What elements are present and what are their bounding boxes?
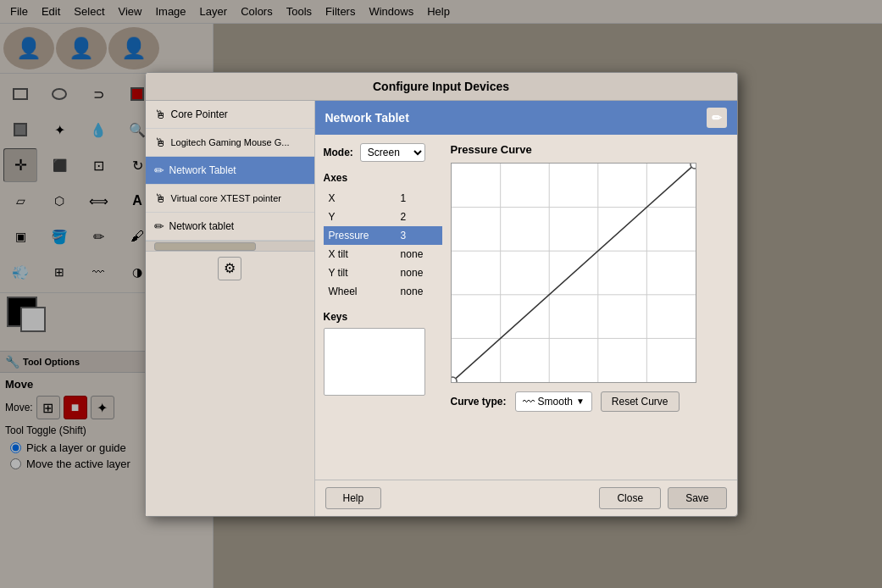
- pressure-section: Pressure Curve: [451, 143, 729, 471]
- device-item-core-pointer[interactable]: 🖱 Core Pointer: [146, 101, 314, 129]
- device-type-icon: ✏: [712, 111, 722, 125]
- device-config-header: Network Tablet ✏: [315, 101, 737, 135]
- dropdown-arrow: ▼: [576, 397, 585, 406]
- axes-table: X 1 Y 2 Pressure 3: [324, 189, 442, 301]
- axes-value-pressure: 3: [396, 226, 442, 245]
- curve-type-value: Smooth: [538, 396, 573, 408]
- device-config: Network Tablet ✏ Mode: Screen Window: [315, 101, 737, 516]
- device-list-scrollbar[interactable]: [146, 241, 314, 251]
- save-button[interactable]: Save: [668, 487, 726, 509]
- curve-type-label: Curve type:: [451, 396, 507, 408]
- axes-name-xtilt: X tilt: [324, 245, 396, 263]
- axes-name-ytilt: Y tilt: [324, 263, 396, 282]
- help-button[interactable]: Help: [325, 487, 382, 509]
- device-item-network-tablet-lower[interactable]: ✏ Network tablet: [146, 213, 314, 241]
- modal-overlay: Configure Input Devices 🖱 Core Pointer 🖱…: [0, 0, 882, 588]
- config-content: Mode: Screen Window Relative Disabled Ax…: [315, 135, 737, 480]
- network-tablet-lower-icon: ✏: [154, 219, 164, 233]
- axes-name-pressure: Pressure: [324, 226, 396, 245]
- close-button[interactable]: Close: [599, 487, 661, 509]
- device-list-footer: ⚙: [146, 251, 314, 286]
- axes-row-wheel[interactable]: Wheel none: [324, 282, 442, 301]
- axes-row-xtilt[interactable]: X tilt none: [324, 245, 442, 263]
- curve-type-dropdown[interactable]: 〰 Smooth ▼: [515, 391, 592, 412]
- curve-icon: 〰: [523, 395, 535, 408]
- dialog-title: Configure Input Devices: [146, 73, 737, 101]
- mode-select[interactable]: Screen Window Relative Disabled: [360, 143, 425, 162]
- axes-value-y: 2: [396, 208, 442, 226]
- axes-keys-section: Mode: Screen Window Relative Disabled Ax…: [324, 143, 442, 471]
- dialog-footer: Help Close Save: [315, 480, 737, 516]
- svg-line-8: [452, 164, 696, 382]
- logitech-icon: 🖱: [154, 136, 166, 149]
- axes-row-ytilt[interactable]: Y tilt none: [324, 263, 442, 282]
- axes-label: Axes: [324, 172, 442, 184]
- configure-input-devices-dialog: Configure Input Devices 🖱 Core Pointer 🖱…: [145, 72, 738, 517]
- mode-label: Mode:: [324, 147, 353, 158]
- dialog-footer-right: Close Save: [599, 487, 726, 509]
- reset-curve-button[interactable]: Reset Curve: [601, 391, 680, 412]
- mode-row: Mode: Screen Window Relative Disabled: [324, 143, 442, 162]
- dialog-body: 🖱 Core Pointer 🖱 Logitech Gaming Mouse G…: [146, 101, 737, 516]
- network-tablet-icon: ✏: [154, 164, 164, 177]
- axes-row-pressure[interactable]: Pressure 3: [324, 226, 442, 245]
- axes-row-y[interactable]: Y 2: [324, 208, 442, 226]
- axes-row-x[interactable]: X 1: [324, 189, 442, 208]
- device-item-network-tablet[interactable]: ✏ Network Tablet: [146, 157, 314, 185]
- gear-button[interactable]: ⚙: [218, 257, 241, 280]
- svg-point-9: [690, 163, 696, 169]
- device-config-icon: ✏: [707, 108, 727, 128]
- axes-value-wheel: none: [396, 282, 442, 301]
- curve-type-row: Curve type: 〰 Smooth ▼ Reset Curve: [451, 391, 729, 412]
- axes-name-y: Y: [324, 208, 396, 226]
- axes-name-wheel: Wheel: [324, 282, 396, 301]
- svg-point-10: [451, 377, 457, 383]
- keys-label: Keys: [324, 311, 442, 323]
- device-config-title: Network Tablet: [325, 111, 409, 125]
- pressure-curve-canvas[interactable]: [451, 163, 696, 383]
- axes-value-x: 1: [396, 189, 442, 208]
- axes-value-xtilt: none: [396, 245, 442, 263]
- scrollbar-thumb[interactable]: [154, 242, 256, 251]
- device-item-virtual-core[interactable]: 🖱 Virtual core XTEST pointer: [146, 185, 314, 213]
- virtual-core-icon: 🖱: [154, 191, 166, 205]
- axes-name-x: X: [324, 189, 396, 208]
- axes-value-ytilt: none: [396, 263, 442, 282]
- device-item-logitech[interactable]: 🖱 Logitech Gaming Mouse G...: [146, 129, 314, 157]
- pressure-curve-label: Pressure Curve: [451, 143, 729, 156]
- keys-box: [324, 328, 425, 396]
- core-pointer-icon: 🖱: [154, 108, 166, 121]
- device-list: 🖱 Core Pointer 🖱 Logitech Gaming Mouse G…: [146, 101, 315, 516]
